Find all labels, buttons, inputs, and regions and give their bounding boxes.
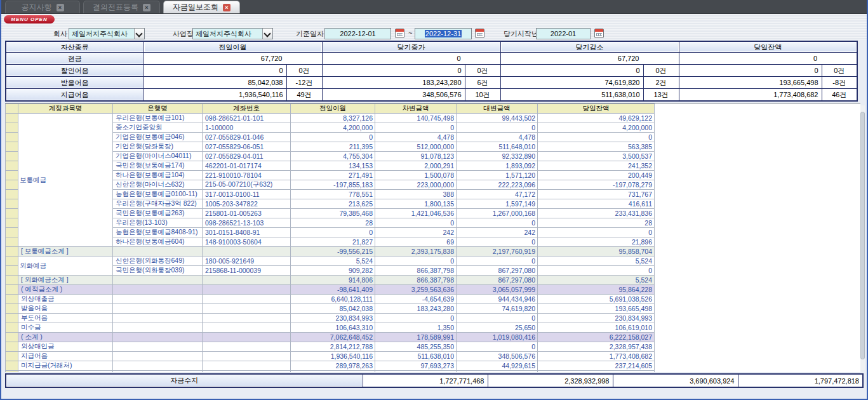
amount-cell[interactable]: 416,611 <box>538 199 655 209</box>
company-select[interactable]: 제일저지주식회사 <box>69 28 145 39</box>
account-number-cell[interactable]: 1-100000 <box>203 123 291 133</box>
amount-cell[interactable]: 1,500,078 <box>375 171 457 180</box>
account-label-cell[interactable]: 부도어음 <box>18 314 113 323</box>
amount-cell[interactable]: 222,223,096 <box>457 180 538 190</box>
amount-cell[interactable]: 867,297,080 <box>457 266 538 276</box>
account-number-cell[interactable]: 027-055829-06-051 <box>203 142 291 152</box>
amount-cell[interactable]: 0 <box>375 314 457 323</box>
amount-cell[interactable]: 1,597,149 <box>457 199 538 209</box>
amount-cell[interactable]: 0 <box>375 123 457 133</box>
amount-cell[interactable]: -197,855,183 <box>291 180 375 190</box>
amount-cell[interactable]: 3,065,057,999 <box>457 285 538 295</box>
bank-name-cell[interactable]: 기업은행(보통예금046) <box>113 133 203 142</box>
account-label-cell[interactable]: 외상매출금 <box>18 295 113 304</box>
bank-name-cell[interactable]: 기업은행(당좌통장) <box>113 142 203 152</box>
calendar-icon[interactable] <box>395 29 404 38</box>
amount-cell[interactable]: 21,827 <box>291 237 375 247</box>
bank-name-cell[interactable]: 우리은행(보통예금101) <box>113 114 203 123</box>
account-number-cell[interactable]: 027-055829-01-046 <box>203 133 291 142</box>
vertical-scrollbar[interactable] <box>860 105 865 370</box>
account-number-cell[interactable] <box>203 361 291 371</box>
amount-cell[interactable]: 6,640,128,111 <box>291 295 375 304</box>
account-number-cell[interactable]: 098-286521-01-101 <box>203 114 291 123</box>
row-indicator[interactable] <box>6 190 18 199</box>
account-number-cell[interactable]: 215-05-007210(구632) <box>203 180 291 190</box>
amount-cell[interactable]: 3,500,537 <box>538 152 655 161</box>
row-indicator[interactable] <box>6 152 18 161</box>
bank-name-cell[interactable] <box>113 333 203 342</box>
bank-name-cell[interactable]: 우리은행(구매자금3억 822) <box>113 199 203 209</box>
row-indicator[interactable] <box>6 199 18 209</box>
account-number-cell[interactable]: 027-055829-04-011 <box>203 152 291 161</box>
bank-name-cell[interactable]: 국민은행(보통예금174) <box>113 161 203 171</box>
amount-cell[interactable]: 866,387,798 <box>375 276 457 285</box>
bank-name-cell[interactable]: 농협은행(보통예금0100-11) <box>113 190 203 199</box>
row-indicator[interactable] <box>6 237 18 247</box>
account-number-cell[interactable] <box>203 323 291 333</box>
account-label-cell[interactable]: 미수금 <box>18 323 113 333</box>
amount-cell[interactable]: 21,896 <box>538 237 655 247</box>
amount-cell[interactable]: 241,352 <box>538 161 655 171</box>
scrollbar-thumb[interactable] <box>860 112 865 359</box>
row-indicator[interactable] <box>6 314 18 323</box>
amount-cell[interactable]: 1,350 <box>375 323 457 333</box>
account-label-cell[interactable]: ( 예적금소계 ) <box>18 285 113 295</box>
row-indicator[interactable] <box>6 161 18 171</box>
amount-cell[interactable]: 1,421,046,536 <box>375 209 457 218</box>
date-from-input[interactable]: 2022-12-01 <box>324 28 391 39</box>
amount-cell[interactable]: 5,691,038,526 <box>538 295 655 304</box>
bank-name-cell[interactable] <box>113 342 203 352</box>
row-indicator[interactable] <box>6 333 18 342</box>
row-indicator[interactable] <box>6 114 18 123</box>
amount-cell[interactable]: -4,654,639 <box>375 295 457 304</box>
amount-cell[interactable]: 0 <box>457 218 538 228</box>
amount-cell[interactable]: 183,243,280 <box>375 304 457 314</box>
bank-name-cell[interactable] <box>113 276 203 285</box>
bank-name-cell[interactable]: 하나은행(보통예금104) <box>113 171 203 180</box>
date-to-input[interactable]: 2022-12-31 <box>415 28 472 39</box>
row-indicator[interactable] <box>6 142 18 152</box>
amount-cell[interactable]: 2,197,760,919 <box>457 247 538 257</box>
amount-cell[interactable]: 230,834,993 <box>291 314 375 323</box>
amount-cell[interactable]: 0 <box>457 342 538 352</box>
amount-cell[interactable]: 1,800,135 <box>375 199 457 209</box>
account-number-cell[interactable] <box>203 333 291 342</box>
amount-cell[interactable]: 79,385,468 <box>291 209 375 218</box>
amount-cell[interactable]: 5,524 <box>538 257 655 266</box>
amount-cell[interactable]: 0 <box>291 228 375 237</box>
amount-cell[interactable]: 778,551 <box>291 190 375 199</box>
amount-cell[interactable]: 4,755,304 <box>291 152 375 161</box>
amount-cell[interactable]: 944,434,946 <box>457 295 538 304</box>
amount-cell[interactable]: 1,893,092 <box>457 161 538 171</box>
amount-cell[interactable]: 867,297,080 <box>457 276 538 285</box>
chevron-down-icon[interactable] <box>262 29 272 39</box>
row-indicator[interactable] <box>6 247 18 257</box>
account-number-cell[interactable] <box>203 285 291 295</box>
account-group-cell[interactable]: 보통예금 <box>18 114 113 247</box>
amount-cell[interactable]: 909,282 <box>291 266 375 276</box>
bank-name-cell[interactable] <box>113 285 203 295</box>
amount-cell[interactable]: 348,506,576 <box>457 352 538 361</box>
amount-cell[interactable]: 213,625 <box>291 199 375 209</box>
row-indicator[interactable] <box>6 266 18 276</box>
amount-cell[interactable]: 233,431,836 <box>538 209 655 218</box>
amount-cell[interactable]: 0 <box>291 133 375 142</box>
row-indicator[interactable] <box>6 285 18 295</box>
amount-cell[interactable]: 388 <box>375 190 457 199</box>
bank-name-cell[interactable]: 우리은행(13-103) <box>113 218 203 228</box>
amount-cell[interactable]: 271,491 <box>291 171 375 180</box>
amount-cell[interactable]: 106,643,310 <box>291 323 375 333</box>
bank-name-cell[interactable] <box>113 295 203 304</box>
amount-cell[interactable]: 95,864,228 <box>538 285 655 295</box>
bank-name-cell[interactable] <box>113 314 203 323</box>
amount-cell[interactable]: -197,078,279 <box>538 180 655 190</box>
amount-cell[interactable]: 563,385 <box>538 142 655 152</box>
account-number-cell[interactable] <box>203 352 291 361</box>
amount-cell[interactable]: 28 <box>291 218 375 228</box>
amount-cell[interactable]: 2,328,957,438 <box>538 342 655 352</box>
amount-cell[interactable]: 74,619,820 <box>457 304 538 314</box>
amount-cell[interactable]: 1,773,408,682 <box>538 352 655 361</box>
amount-cell[interactable]: 242 <box>457 228 538 237</box>
amount-cell[interactable]: 242 <box>375 228 457 237</box>
amount-cell[interactable]: 49,629,122 <box>538 114 655 123</box>
